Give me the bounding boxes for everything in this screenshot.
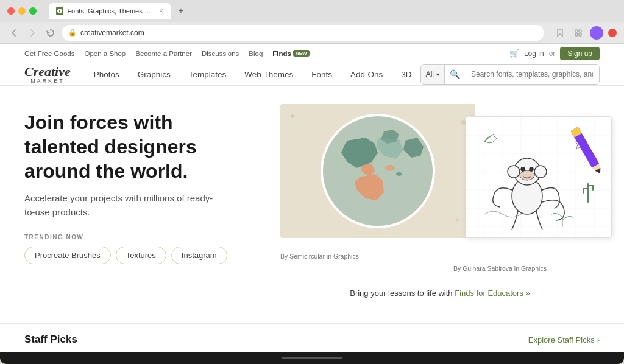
- staff-picks-section: Staff Picks Explore Staff Picks ›: [0, 323, 624, 352]
- search-dropdown-label: All: [426, 70, 434, 79]
- window-controls: [7, 7, 37, 15]
- hero-section: Join forces with talented designers arou…: [0, 86, 624, 323]
- search-icon: 🔍: [445, 69, 465, 79]
- tab-favicon: [56, 7, 63, 15]
- logo[interactable]: Creative MARKET: [24, 65, 71, 84]
- addressbar: 🔒 creativemarket.com: [0, 22, 624, 44]
- bottom-bar: [0, 352, 624, 364]
- nav-links: Photos Graphics Templates Web Themes Fon…: [85, 66, 420, 83]
- svg-point-31: [530, 167, 533, 171]
- svg-point-28: [534, 166, 547, 178]
- tab-bar: Fonts, Graphics, Themes and … × +: [49, 3, 617, 19]
- hero-subtitle: Accelerate your projects with millions o…: [24, 192, 219, 219]
- become-partner-link[interactable]: Become a Partner: [135, 50, 192, 57]
- maximize-button[interactable]: [29, 7, 37, 15]
- utility-right: 🛒 Log in or Sign up: [509, 47, 600, 60]
- website-content: Get Free Goods Open a Shop Become a Part…: [0, 44, 624, 352]
- nav-graphics[interactable]: Graphics: [129, 66, 179, 83]
- reload-button[interactable]: [44, 26, 57, 40]
- search-input[interactable]: [465, 65, 599, 84]
- open-shop-link[interactable]: Open a Shop: [84, 50, 126, 57]
- address-text: creativemarket.com: [80, 29, 144, 37]
- blog-link[interactable]: Blog: [249, 50, 263, 57]
- svg-rect-0: [575, 30, 578, 32]
- pill-textures[interactable]: Textures: [116, 247, 166, 264]
- utility-bar: Get Free Goods Open a Shop Become a Part…: [0, 44, 624, 63]
- pill-instagram[interactable]: Instagram: [171, 247, 227, 264]
- search-box[interactable]: All ▾ 🔍: [420, 64, 600, 85]
- hero-left: Join forces with talented designers arou…: [24, 104, 256, 305]
- hero-title: Join forces with talented designers arou…: [24, 110, 232, 183]
- nav-3d[interactable]: 3D: [392, 66, 420, 83]
- lock-icon: 🔒: [68, 29, 77, 37]
- svg-point-29: [520, 170, 534, 180]
- tab-close-icon[interactable]: ×: [159, 7, 163, 15]
- svg-point-7: [461, 120, 466, 125]
- svg-point-5: [291, 114, 294, 118]
- svg-point-30: [521, 167, 525, 171]
- browser-menu-icon[interactable]: [608, 29, 617, 37]
- home-indicator: [282, 357, 342, 359]
- nav-photos[interactable]: Photos: [85, 66, 128, 83]
- svg-rect-3: [579, 33, 581, 36]
- trending-label: TRENDING NOW: [24, 234, 256, 240]
- tab-title: Fonts, Graphics, Themes and …: [67, 7, 153, 15]
- svg-point-27: [508, 166, 520, 178]
- utility-links: Get Free Goods Open a Shop Become a Part…: [24, 50, 310, 57]
- extensions-icon[interactable]: [572, 26, 585, 40]
- forward-button[interactable]: [26, 26, 39, 40]
- map-caption: By Semicircular in Graphics: [280, 250, 359, 261]
- educator-text-before: Bring your lessons to life with: [350, 289, 455, 298]
- explore-arrow-icon: ›: [597, 335, 600, 345]
- nav-web-themes[interactable]: Web Themes: [236, 66, 302, 83]
- logo-market-text: MARKET: [30, 79, 65, 84]
- svg-rect-1: [579, 30, 581, 32]
- pill-procreate-brushes[interactable]: Procreate Brushes: [24, 247, 111, 264]
- chevron-down-icon: ▾: [436, 71, 439, 78]
- educator-link[interactable]: Finds for Educators »: [455, 289, 530, 298]
- hero-right: By Semicircular in Graphics: [280, 104, 600, 305]
- minimize-button[interactable]: [18, 7, 26, 15]
- nav-fonts[interactable]: Fonts: [303, 66, 341, 83]
- close-button[interactable]: [7, 7, 15, 15]
- discussions-link[interactable]: Discussions: [202, 50, 239, 57]
- titlebar: Fonts, Graphics, Themes and … × +: [0, 0, 624, 22]
- svg-point-10: [396, 172, 402, 176]
- doodle-caption: By Gulnara Sabirova in Graphics: [453, 262, 600, 273]
- doodle-image-card[interactable]: [466, 116, 612, 238]
- svg-rect-2: [575, 33, 578, 36]
- login-link[interactable]: Log in: [524, 49, 544, 58]
- explore-staff-picks-link[interactable]: Explore Staff Picks ›: [528, 335, 600, 345]
- trending-pills: Procreate Brushes Textures Instagram: [24, 247, 256, 264]
- search-dropdown[interactable]: All ▾: [421, 65, 445, 84]
- address-box[interactable]: 🔒 creativemarket.com: [62, 25, 544, 41]
- or-text: or: [549, 49, 556, 58]
- nav-add-ons[interactable]: Add-Ons: [342, 66, 391, 83]
- staff-picks-title: Staff Picks: [24, 334, 77, 346]
- browser-tab[interactable]: Fonts, Graphics, Themes and … ×: [49, 3, 171, 19]
- get-free-goods-link[interactable]: Get Free Goods: [24, 50, 74, 57]
- map-image-card[interactable]: [280, 104, 475, 238]
- svg-point-6: [456, 219, 458, 221]
- profile-icon[interactable]: [590, 26, 603, 40]
- finds-link[interactable]: Finds NEW: [272, 50, 309, 57]
- logo-creative-text: Creative: [24, 65, 71, 79]
- main-nav: Creative MARKET Photos Graphics Template…: [0, 63, 624, 86]
- educator-banner: Bring your lessons to life with Finds fo…: [280, 281, 600, 305]
- nav-templates[interactable]: Templates: [180, 66, 235, 83]
- svg-point-8: [322, 115, 434, 227]
- cart-icon[interactable]: 🛒: [509, 49, 519, 58]
- signup-button[interactable]: Sign up: [560, 47, 600, 60]
- new-badge: NEW: [293, 50, 310, 57]
- new-tab-button[interactable]: +: [173, 3, 189, 19]
- toolbar-icons: [553, 26, 617, 40]
- svg-point-9: [385, 165, 395, 171]
- hero-images: By Semicircular in Graphics: [280, 104, 600, 250]
- bookmark-icon[interactable]: [553, 26, 567, 40]
- back-button[interactable]: [7, 26, 21, 40]
